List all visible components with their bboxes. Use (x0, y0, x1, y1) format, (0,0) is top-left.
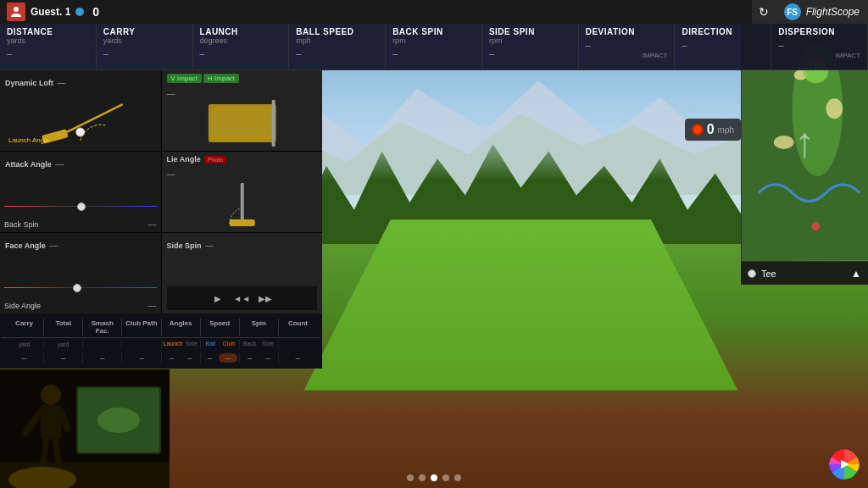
td-count-val: – (279, 352, 317, 363)
back-spin-value: –– (147, 220, 156, 229)
stat-deviation-value: – (586, 40, 668, 50)
td-count-sub (279, 340, 317, 349)
stat-deviation-impact: IMPACT (586, 52, 668, 59)
tee-expand-icon[interactable]: ▲ (851, 268, 861, 280)
speed-dot (692, 124, 704, 136)
stat-launch: LAUNCH degrees – (193, 24, 290, 69)
td-clubpath-sub (122, 340, 161, 349)
viz-lie-angle: Lie Angle Photo –– (162, 152, 323, 232)
speed-unit: mph (718, 125, 734, 135)
back-button[interactable]: ◄◄ (233, 290, 250, 307)
svg-rect-32 (41, 405, 61, 439)
td-smash-val: – (83, 352, 122, 363)
fs-icon: FS (784, 3, 801, 20)
viz-attack-angle: Attack Angle –– Back Spin –– (0, 152, 161, 232)
td-angles-val: – – (162, 352, 201, 363)
player-controls: ▶ ◄◄ ▶▶ (167, 286, 318, 310)
score-value: 0 (92, 5, 99, 19)
stat-deviation-label: DEVIATION (586, 27, 668, 36)
user-badge: Guest. 1 0 (0, 0, 106, 24)
stat-dispersion-value: – (778, 40, 860, 50)
video-preview (0, 369, 170, 488)
th-spin: Spin (240, 319, 279, 336)
th-angles: Angles (162, 319, 201, 336)
stat-sidespin-unit: rpm (489, 36, 571, 45)
dynamic-loft-label: Dynamic Loft (5, 79, 53, 87)
dot-2[interactable] (419, 474, 426, 481)
tee-indicator: Tee ▲ (741, 261, 868, 285)
dynamic-loft-value: –– (57, 79, 65, 87)
stat-ballspeed-value: – (296, 48, 378, 58)
table-subheader-row: yard yard Launch Side Ball Club Back Sid (2, 338, 320, 351)
svg-rect-19 (229, 219, 254, 226)
svg-point-39 (97, 408, 140, 433)
stat-backspin-value: – (392, 48, 475, 58)
side-angle-value: –– (147, 302, 156, 310)
stat-distance: DISTANCE yards – (0, 24, 97, 69)
viz-grid: Dynamic Loft –– Launch Angle –– V (0, 70, 322, 313)
forward-button[interactable]: ▶▶ (257, 290, 274, 307)
v-impact-btn[interactable]: V Impact (167, 74, 203, 83)
stat-dispersion-label: DISPERSION (778, 27, 860, 36)
lie-angle-label: Lie Angle (167, 155, 201, 164)
back-spin-label: Back Spin (4, 220, 39, 229)
face-angle-label: Face Angle (5, 241, 46, 250)
svg-rect-17 (271, 100, 275, 147)
stat-direction-value: – (682, 40, 764, 50)
bottom-dots (407, 474, 461, 481)
td-spin-val: – – (240, 352, 279, 363)
svg-point-23 (826, 98, 843, 119)
td-carry-sub: yard (5, 340, 44, 349)
th-smash: Smash Fac. (83, 319, 122, 336)
stat-carry-value: – (103, 48, 186, 58)
stat-dispersion-impact: IMPACT (778, 52, 860, 59)
td-carry-val: – (5, 352, 44, 363)
refresh-button[interactable]: ↻ (752, 0, 776, 24)
stat-backspin: BACK SPIN rpm – (386, 24, 482, 69)
stat-sidespin-value: – (489, 48, 571, 58)
stat-carry: CARRY yards – (97, 24, 193, 69)
photo-btn[interactable]: Photo (204, 156, 226, 164)
svg-line-36 (55, 439, 59, 467)
dot-3-active[interactable] (431, 474, 437, 481)
dot-4[interactable] (442, 474, 449, 481)
dot-1[interactable] (407, 474, 414, 481)
brand-name: FlightScope (806, 6, 860, 18)
data-table: Carry Total Smash Fac. Club Path Angles … (0, 313, 322, 369)
stat-direction-label: DIRECTION (682, 27, 764, 36)
stat-distance-value: – (7, 48, 89, 58)
th-carry: Carry (5, 319, 44, 336)
color-wheel[interactable] (827, 447, 861, 481)
stat-distance-label: DISTANCE (7, 27, 89, 36)
svg-rect-18 (240, 183, 243, 221)
side-spin-value: –– (205, 241, 214, 250)
viz-dynamic-loft: Dynamic Loft –– Launch Angle –– (0, 70, 161, 151)
stat-backspin-label: BACK SPIN (392, 27, 475, 36)
stat-deviation: DEVIATION – IMPACT (579, 24, 676, 69)
svg-text:Launch Angle: Launch Angle (8, 136, 50, 144)
svg-point-25 (811, 222, 820, 230)
tee-dot (748, 269, 756, 278)
face-angle-value: –– (49, 241, 58, 250)
td-total-sub: yard (44, 340, 83, 349)
td-clubpath-val: – (122, 352, 161, 363)
impact-value: –– (167, 90, 175, 98)
svg-point-8 (76, 128, 85, 136)
side-spin-label: Side Spin (167, 241, 202, 250)
dot-5[interactable] (454, 474, 461, 481)
th-total: Total (44, 319, 83, 336)
viz-face-angle: Face Angle –– Side Angle –– (0, 233, 161, 313)
stat-direction: DIRECTION – (675, 24, 771, 69)
td-smash-sub (83, 340, 122, 349)
table-data-row: – – – – – – – – – – (2, 351, 320, 365)
user-name: Guest. 1 (31, 6, 70, 18)
flightscope-logo: FS FlightScope (776, 0, 868, 24)
table-header-row: Carry Total Smash Fac. Club Path Angles … (2, 317, 320, 338)
h-impact-btn[interactable]: H Impact (203, 74, 239, 83)
video-inner (0, 369, 170, 488)
play-button[interactable]: ▶ (209, 290, 226, 307)
stat-launch-label: LAUNCH (200, 27, 282, 36)
svg-line-35 (42, 439, 47, 467)
stat-sidespin: SIDE SPIN rpm – (482, 24, 579, 69)
stat-carry-unit: yards (103, 36, 186, 45)
